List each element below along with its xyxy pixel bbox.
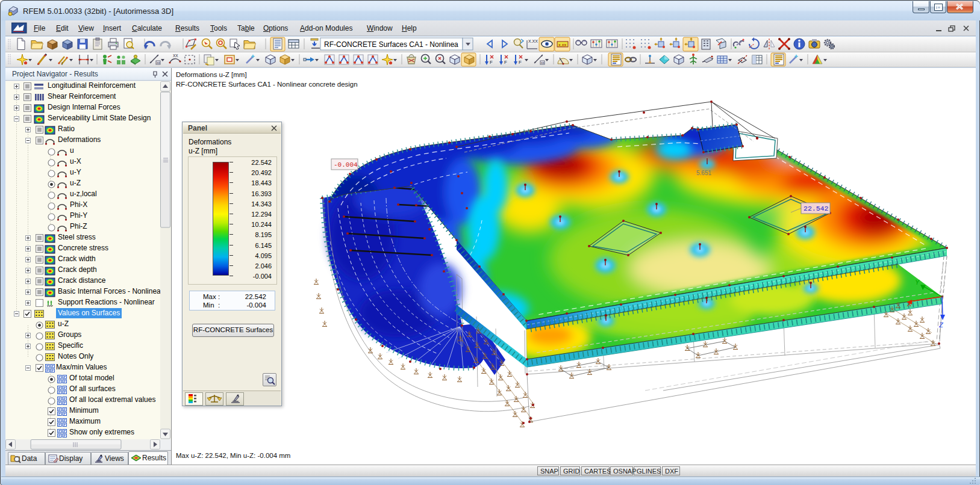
svg-text:Z: Z [938,321,944,329]
svg-text:22.542: 22.542 [804,205,829,212]
svg-text:Y: Y [915,279,920,286]
svg-text:5.651: 5.651 [696,170,711,176]
svg-text:RF-CONCRETE Surfaces CA1 - Non: RF-CONCRETE Surfaces CA1 - Nonlinea [324,40,458,49]
svg-text:-0.004: -0.004 [334,161,358,168]
svg-text:X: X [907,300,912,307]
